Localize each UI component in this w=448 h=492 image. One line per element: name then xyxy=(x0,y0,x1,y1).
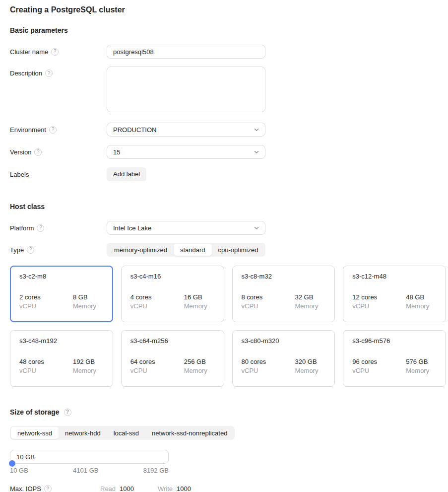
card-memory-label: Memory xyxy=(295,302,319,310)
host-class-card-s3-c8-m32[interactable]: s3-c8-m32 8 cores vCPU 32 GB Memory xyxy=(232,266,335,322)
host-class-card-s3-c12-m48[interactable]: s3-c12-m48 12 cores vCPU 48 GB Memory xyxy=(343,266,446,322)
card-cores-label: vCPU xyxy=(352,367,406,374)
type-label: Type xyxy=(10,246,24,254)
type-label-group: Type ? xyxy=(10,246,107,254)
card-title: s3-c80-m320 xyxy=(242,337,326,345)
chevron-down-icon xyxy=(253,224,260,231)
host-class-card-s3-c2-m8[interactable]: s3-c2-m8 2 cores vCPU 8 GB Memory xyxy=(10,266,113,322)
card-cores-value: 4 cores xyxy=(130,293,184,301)
card-memory-label: Memory xyxy=(295,367,319,374)
iops-read-label: Read xyxy=(100,485,116,492)
type-option-standard[interactable]: standard xyxy=(174,244,212,256)
help-icon[interactable]: ? xyxy=(64,409,71,416)
version-row: Version ? 15 xyxy=(10,145,438,159)
platform-label: Platform xyxy=(10,224,34,232)
card-memory-label: Memory xyxy=(184,302,207,310)
card-memory-value: 576 GB xyxy=(406,358,429,365)
cluster-name-label-group: Cluster name ? xyxy=(10,48,107,56)
card-cores-label: vCPU xyxy=(242,302,295,310)
card-title: s3-c96-m576 xyxy=(352,337,437,345)
help-icon[interactable]: ? xyxy=(45,70,53,77)
labels-row: Labels Add label xyxy=(10,167,438,181)
card-title: s3-c48-m192 xyxy=(19,337,104,345)
host-class-card-s3-c80-m320[interactable]: s3-c80-m320 80 cores vCPU 320 GB Memory xyxy=(232,330,335,387)
card-cores-value: 48 cores xyxy=(19,358,73,365)
storage-type-network-ssd[interactable]: network-ssd xyxy=(11,427,59,439)
card-cores-label: vCPU xyxy=(130,367,184,374)
page-title: Creating a PostgreSQL cluster xyxy=(10,5,438,15)
type-option-memory-optimized[interactable]: memory-optimized xyxy=(108,244,174,256)
type-segmented-control: memory-optimized standard cpu-optimized xyxy=(107,243,265,257)
iops-read-value: 1000 xyxy=(120,485,134,492)
card-memory-value: 8 GB xyxy=(73,293,96,301)
storage-size-input[interactable] xyxy=(10,450,169,464)
environment-select[interactable]: PRODUCTION xyxy=(107,123,265,137)
version-label: Version xyxy=(10,148,31,156)
chevron-down-icon xyxy=(253,148,260,155)
type-row: Type ? memory-optimized standard cpu-opt… xyxy=(10,243,438,257)
platform-select[interactable]: Intel Ice Lake xyxy=(107,221,265,235)
version-select[interactable]: 15 xyxy=(107,145,265,159)
card-cores-value: 64 cores xyxy=(130,358,184,365)
create-postgresql-cluster-page: Creating a PostgreSQL cluster Basic para… xyxy=(0,0,448,492)
storage-type-network-ssd-nonreplicated[interactable]: network-ssd-nonreplicated xyxy=(145,427,234,439)
host-class-cards-row-1: s3-c2-m8 2 cores vCPU 8 GB Memory s3-c4-… xyxy=(10,266,446,322)
environment-select-value: PRODUCTION xyxy=(113,126,156,134)
environment-label: Environment xyxy=(10,126,46,134)
card-cores-value: 96 cores xyxy=(352,358,406,365)
max-iops-label-group: Max. IOPS ? xyxy=(10,485,100,492)
card-title: s3-c64-m256 xyxy=(130,337,215,345)
host-class-heading: Host class xyxy=(10,202,438,211)
card-title: s3-c2-m8 xyxy=(19,273,104,280)
help-icon[interactable]: ? xyxy=(51,48,59,56)
card-cores-value: 2 cores xyxy=(19,293,73,301)
card-memory-label: Memory xyxy=(73,302,96,310)
card-title: s3-c8-m32 xyxy=(242,273,326,280)
help-icon[interactable]: ? xyxy=(34,148,42,156)
storage-type-local-ssd[interactable]: local-ssd xyxy=(107,427,145,439)
card-memory-label: Memory xyxy=(406,367,429,374)
storage-type-network-hdd[interactable]: network-hdd xyxy=(59,427,107,439)
card-cores-label: vCPU xyxy=(19,367,73,374)
card-cores-value: 8 cores xyxy=(242,293,295,301)
help-icon[interactable]: ? xyxy=(49,126,57,134)
help-icon[interactable]: ? xyxy=(44,485,52,492)
add-label-button[interactable]: Add label xyxy=(107,167,146,181)
description-row: Description ? xyxy=(10,67,438,114)
cluster-name-input[interactable] xyxy=(107,45,265,59)
card-memory-value: 32 GB xyxy=(295,293,319,301)
max-iops-row: Max. IOPS ? Read 1000 Write 1000 xyxy=(10,485,438,492)
size-of-storage-heading-text: Size of storage xyxy=(10,408,60,417)
iops-write-pair: Write 1000 xyxy=(158,485,191,492)
card-memory-label: Memory xyxy=(73,367,96,374)
storage-type-segmented-control: network-ssd network-hdd local-ssd networ… xyxy=(10,426,235,440)
iops-write-value: 1000 xyxy=(177,485,191,492)
host-class-card-s3-c96-m576[interactable]: s3-c96-m576 96 cores vCPU 576 GB Memory xyxy=(343,330,446,387)
card-memory-value: 192 GB xyxy=(73,358,96,365)
description-textarea[interactable] xyxy=(107,67,265,112)
host-class-card-s3-c4-m16[interactable]: s3-c4-m16 4 cores vCPU 16 GB Memory xyxy=(121,266,224,322)
description-label: Description xyxy=(10,70,42,77)
environment-label-group: Environment ? xyxy=(10,126,107,134)
host-class-card-s3-c48-m192[interactable]: s3-c48-m192 48 cores vCPU 192 GB Memory xyxy=(10,330,113,387)
card-memory-label: Memory xyxy=(406,302,429,310)
slider-min-label: 10 GB xyxy=(10,467,28,474)
card-title: s3-c12-m48 xyxy=(352,273,437,280)
type-option-cpu-optimized[interactable]: cpu-optimized xyxy=(212,244,265,256)
storage-size-slider-handle[interactable] xyxy=(9,460,15,467)
max-iops-label: Max. IOPS xyxy=(10,485,41,492)
iops-write-label: Write xyxy=(158,485,173,492)
storage-size-slider-marks: 10 GB 4101 GB 8192 GB xyxy=(10,467,169,474)
help-icon[interactable]: ? xyxy=(37,224,44,232)
platform-row: Platform ? Intel Ice Lake xyxy=(10,221,438,235)
card-cores-label: vCPU xyxy=(130,302,184,310)
card-cores-label: vCPU xyxy=(352,302,406,310)
slider-max-label: 8192 GB xyxy=(143,467,169,474)
platform-select-value: Intel Ice Lake xyxy=(113,224,151,232)
card-memory-label: Memory xyxy=(184,367,207,374)
host-class-cards-row-2: s3-c48-m192 48 cores vCPU 192 GB Memory … xyxy=(10,330,446,387)
card-memory-value: 48 GB xyxy=(406,293,429,301)
help-icon[interactable]: ? xyxy=(27,246,34,254)
card-cores-label: vCPU xyxy=(242,367,295,374)
host-class-card-s3-c64-m256[interactable]: s3-c64-m256 64 cores vCPU 256 GB Memory xyxy=(121,330,224,387)
